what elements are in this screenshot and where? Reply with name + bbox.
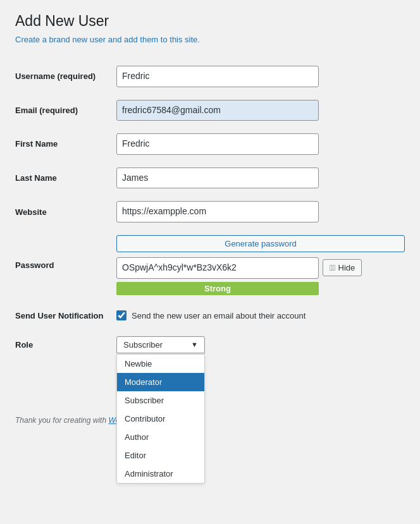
username-input[interactable] (116, 66, 319, 87)
notification-checkbox-label: Send the new user an email about their a… (132, 311, 306, 320)
notification-checkbox[interactable] (116, 310, 127, 320)
username-label: Username (required) (15, 71, 96, 81)
password-row: Password Generate password 👁⃥ Hide Stron… (15, 229, 405, 302)
password-label: Password (15, 260, 54, 270)
lastname-row: Last Name (15, 161, 405, 195)
form-table: Username (required) Email (required) Fir… (15, 59, 405, 397)
email-label: Email (required) (15, 106, 78, 115)
website-label: Website (15, 207, 47, 217)
role-option-moderator[interactable]: Moderator (117, 373, 204, 391)
generate-password-button[interactable]: Generate password (116, 235, 405, 252)
role-select-display[interactable]: Subscriber ▼ (116, 336, 205, 353)
role-dropdown-menu: Newbie Moderator Subscriber Contributor … (116, 354, 205, 484)
firstname-input[interactable] (116, 133, 319, 155)
password-input[interactable] (116, 257, 319, 279)
email-row: Email (required) (15, 94, 405, 128)
notification-row: Send User Notification Send the new user… (15, 302, 405, 330)
password-block: Generate password 👁⃥ Hide Strong (116, 235, 405, 295)
submit-row: Add New User (15, 360, 405, 397)
hide-password-button[interactable]: 👁⃥ Hide (323, 259, 362, 276)
username-row: Username (required) (15, 59, 405, 94)
eye-slash-icon: 👁⃥ (330, 263, 336, 272)
chevron-down-icon: ▼ (191, 341, 198, 348)
firstname-label: First Name (15, 139, 58, 149)
lastname-input[interactable] (116, 168, 319, 189)
password-input-row: 👁⃥ Hide (116, 257, 405, 279)
page-title: Add New User (15, 13, 405, 30)
page-subtitle: Create a brand new user and add them to … (15, 35, 405, 44)
role-option-newbie[interactable]: Newbie (117, 355, 204, 373)
role-row: Role Subscriber ▼ Newbie Moderator Subsc… (15, 330, 405, 360)
website-input[interactable] (116, 201, 319, 222)
email-input[interactable] (116, 100, 319, 121)
notification-label: Send User Notification (15, 311, 103, 320)
hide-label: Hide (338, 263, 355, 272)
role-option-editor[interactable]: Editor (117, 446, 204, 465)
role-selected-label: Subscriber (123, 340, 163, 350)
role-option-contributor[interactable]: Contributor (117, 410, 204, 428)
password-strength-bar: Strong (116, 282, 319, 295)
footer-text: Thank you for creating with WordPress. (15, 416, 405, 425)
role-option-administrator[interactable]: Administrator (117, 465, 204, 483)
role-select-wrapper: Subscriber ▼ Newbie Moderator Subscriber… (116, 336, 205, 353)
role-option-subscriber[interactable]: Subscriber (117, 391, 204, 410)
footer-prefix: Thank you for creating with (15, 416, 108, 425)
lastname-label: Last Name (15, 173, 57, 183)
notification-checkbox-row: Send the new user an email about their a… (116, 310, 405, 320)
firstname-row: First Name (15, 127, 405, 161)
role-label: Role (15, 340, 33, 350)
website-row: Website (15, 195, 405, 229)
role-option-author[interactable]: Author (117, 428, 204, 446)
